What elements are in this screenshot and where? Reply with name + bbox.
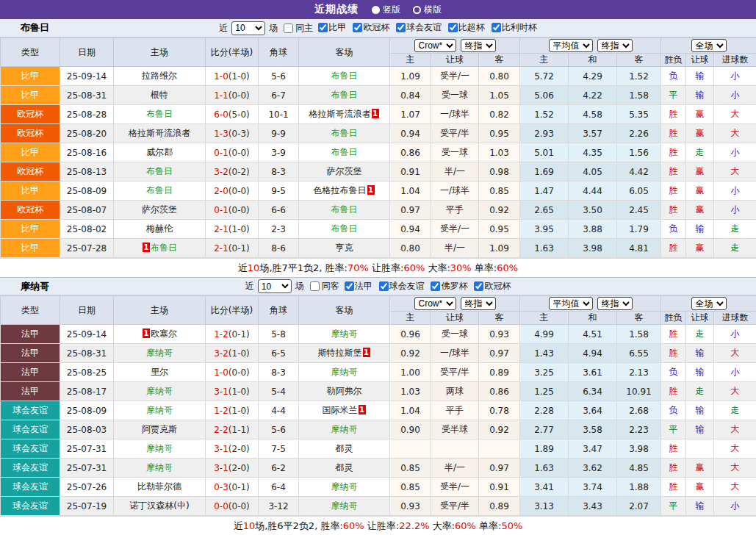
home-team-link[interactable]: 威尔郡 xyxy=(146,147,173,157)
score-cell[interactable]: 2-1(1-0) xyxy=(206,220,259,239)
avg-final-select[interactable]: 终指 xyxy=(597,297,633,310)
away-team-link[interactable]: 都灵 xyxy=(336,462,353,473)
away-team-link[interactable]: 布鲁日 xyxy=(331,128,358,138)
checkbox-input[interactable] xyxy=(396,23,406,32)
checkbox-input[interactable] xyxy=(353,23,362,32)
checkbox-input[interactable] xyxy=(492,23,501,32)
avg-select[interactable]: 平均值 xyxy=(549,39,593,52)
same-venue-checkbox[interactable]: 同客 xyxy=(306,280,339,292)
league-filter-checkbox[interactable]: 球会友谊 xyxy=(392,21,442,34)
league-filter-checkbox[interactable]: 比甲 xyxy=(314,21,346,34)
home-team-link[interactable]: 摩纳哥 xyxy=(146,386,173,396)
scope-select[interactable]: 全场 xyxy=(691,39,727,52)
score-cell[interactable]: 1-0(0-0) xyxy=(206,363,259,382)
home-team-link[interactable]: 阿贾克斯 xyxy=(142,424,177,434)
away-team-link[interactable]: 亨克 xyxy=(336,243,353,253)
away-team-link[interactable]: 摩纳哥 xyxy=(331,328,358,339)
home-team-link[interactable]: 摩纳哥 xyxy=(146,443,173,453)
fulltime-score: 1-3 xyxy=(214,129,228,139)
score-cell[interactable]: 1-3(0-3) xyxy=(206,124,259,143)
home-team-link[interactable]: 梅赫伦 xyxy=(146,223,173,234)
league-filter-checkbox[interactable]: 比利时杯 xyxy=(488,21,537,34)
away-team-link[interactable]: 布鲁日 xyxy=(331,90,358,100)
checkbox-input[interactable] xyxy=(318,23,328,32)
away-team-link[interactable]: 布鲁日 xyxy=(331,71,358,81)
home-team-link[interactable]: 拉路维尔 xyxy=(142,71,177,81)
score-cell[interactable]: 1-2(0-1) xyxy=(206,325,259,344)
home-team-cell: 比勒菲尔德 xyxy=(114,478,206,497)
away-team-link[interactable]: 布鲁日 xyxy=(331,223,358,234)
away-team-link[interactable]: 国际米兰 xyxy=(323,405,358,415)
score-cell[interactable]: 3-1(2-0) xyxy=(206,439,259,459)
league-filter-checkbox[interactable]: 法甲 xyxy=(341,280,372,292)
away-team-link[interactable]: 摩纳哥 xyxy=(331,367,358,377)
away-team-link[interactable]: 萨尔茨堡 xyxy=(327,166,362,176)
odds-final-select[interactable]: 终指 xyxy=(461,297,496,310)
score-cell[interactable]: 0-3(0-1) xyxy=(206,478,259,497)
away-team-link[interactable]: 格拉斯哥流浪者 xyxy=(309,109,371,119)
home-team-cell: 摩纳哥 xyxy=(114,382,206,401)
avg-final-select[interactable]: 终指 xyxy=(597,39,633,52)
score-cell[interactable]: 0-0(0-0) xyxy=(206,497,259,516)
layout-radio-option[interactable]: 横版 xyxy=(413,4,442,16)
home-team-link[interactable]: 布鲁日 xyxy=(146,185,173,195)
score-cell[interactable]: 2-0(0-0) xyxy=(206,182,259,201)
same-venue-checkbox[interactable]: 同主 xyxy=(279,22,313,35)
home-team-link[interactable]: 布鲁日 xyxy=(146,109,173,119)
odds-final-select[interactable]: 终指 xyxy=(461,39,496,52)
home-team-link[interactable]: 里尔 xyxy=(151,367,168,377)
home-team-link[interactable]: 布鲁日 xyxy=(146,166,173,176)
league-filter-checkbox[interactable]: 佛罗杯 xyxy=(427,280,467,292)
odds-company-select[interactable]: Crow* xyxy=(414,297,456,310)
away-team-link[interactable]: 摩纳哥 xyxy=(331,500,358,511)
handicap-cell: 平手 xyxy=(431,401,479,420)
score-cell[interactable]: 1-0(1-0) xyxy=(206,67,259,86)
home-team-link[interactable]: 欧塞尔 xyxy=(151,328,177,339)
score-cell[interactable]: 3-2(0-2) xyxy=(206,162,259,182)
avg-select[interactable]: 平均值 xyxy=(549,297,593,310)
checkbox-input[interactable] xyxy=(474,281,483,291)
league-filter-checkbox[interactable]: 欧冠杯 xyxy=(470,280,511,292)
layout-radio-option[interactable]: 竖版 xyxy=(372,4,400,16)
away-team-link[interactable]: 布鲁日 xyxy=(331,204,358,215)
league-filter-checkbox[interactable]: 球会友谊 xyxy=(375,280,425,292)
home-team-link[interactable]: 摩纳哥 xyxy=(146,348,173,358)
odds-company-select[interactable]: Crow* xyxy=(414,39,456,52)
home-team-link[interactable]: 格拉斯哥流浪者 xyxy=(129,128,190,138)
home-team-link[interactable]: 摩纳哥 xyxy=(146,462,173,473)
league-filter-checkbox[interactable]: 比超杯 xyxy=(444,21,485,34)
score-cell[interactable]: 0-1(0-0) xyxy=(206,201,259,220)
score-cell[interactable]: 3-2(1-0) xyxy=(206,344,259,363)
home-team-link[interactable]: 摩纳哥 xyxy=(146,405,173,415)
away-team-link[interactable]: 色格拉布鲁日 xyxy=(314,185,367,195)
score-cell[interactable]: 1-2(1-0) xyxy=(206,401,259,420)
checkbox-input[interactable] xyxy=(431,281,440,291)
score-cell[interactable]: 2-1(0-1) xyxy=(206,239,259,258)
checkbox-input[interactable] xyxy=(310,281,320,291)
home-team-link[interactable]: 根特 xyxy=(151,90,168,100)
score-cell[interactable]: 2-2(1-1) xyxy=(206,420,259,439)
games-count-select[interactable]: 10 xyxy=(258,279,292,293)
away-team-link[interactable]: 斯特拉斯堡 xyxy=(318,348,362,358)
home-team-link[interactable]: 比勒菲尔德 xyxy=(137,481,181,492)
checkbox-input[interactable] xyxy=(448,23,458,32)
score-cell[interactable]: 0-1(0-0) xyxy=(206,143,259,162)
checkbox-input[interactable] xyxy=(379,281,389,291)
away-team-link[interactable]: 都灵 xyxy=(336,443,353,453)
score-cell[interactable]: 3-1(2-0) xyxy=(206,459,259,478)
away-team-link[interactable]: 摩纳哥 xyxy=(331,424,358,434)
league-filter-checkbox[interactable]: 欧冠杯 xyxy=(349,21,389,34)
score-cell[interactable]: 3-1(1-0) xyxy=(206,382,259,401)
away-team-link[interactable]: 勒阿弗尔 xyxy=(327,386,362,396)
home-team-link[interactable]: 布鲁日 xyxy=(151,243,177,253)
checkbox-input[interactable] xyxy=(284,24,293,33)
away-team-link[interactable]: 布鲁日 xyxy=(331,147,358,157)
games-count-select[interactable]: 10 xyxy=(231,21,265,35)
home-team-link[interactable]: 诺丁汉森林(中) xyxy=(129,500,189,511)
score-cell[interactable]: 6-0(5-0) xyxy=(206,105,259,124)
score-cell[interactable]: 1-1(0-0) xyxy=(206,86,259,105)
home-team-link[interactable]: 萨尔茨堡 xyxy=(142,204,177,215)
scope-select[interactable]: 全场 xyxy=(691,297,727,310)
checkbox-input[interactable] xyxy=(345,281,354,291)
away-team-link[interactable]: 摩纳哥 xyxy=(331,481,358,492)
